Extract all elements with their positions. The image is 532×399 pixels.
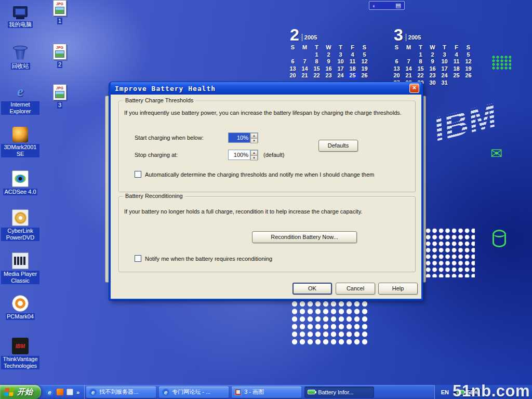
task-button[interactable]: e专门网论坛 - ... [159,387,229,398]
calendar-day [450,79,462,87]
dialog-title: Improve Battery Health [115,85,409,92]
help-button[interactable]: Help [378,283,418,295]
powerdvd-icon [12,209,29,226]
desktop-icon-3dmark[interactable]: 3DMark2001 SE [0,127,41,157]
spinner-arrows: ▲▼ [250,133,258,142]
desktop-icon-powerdvd[interactable]: CyberLink PowerDVD [0,209,41,241]
task-button[interactable]: Battery Infor... [304,387,374,398]
internet-explorer-icon[interactable]: e [46,388,54,396]
desktop-icon-label: ACDSee 4.0 [3,189,37,195]
start-label: 开始 [17,387,33,397]
desktop-icon-my-computer[interactable]: 我的电脑 [0,3,41,28]
desktop-icon-ie[interactable]: eInternet Explorer [0,83,41,115]
calendar-day: 30 [427,79,438,87]
calendar-day: 4 [347,51,358,59]
start-charging-label: Start charging when below: [135,135,204,141]
desktop-icon-label: Media Player Classic [1,271,39,284]
improve-battery-health-dialog: Improve Battery Health × Battery Charge … [109,82,423,300]
desktop-icon-pcmark[interactable]: PCMark04 [0,295,41,320]
desktop-icon-thinkvantage[interactable]: IBMThinkVantage Technologies [0,338,41,369]
calendar-day: 16 [323,65,335,73]
calendar-day-header: W [427,44,438,51]
pen-icon[interactable]: ✎ [379,0,384,51]
calendar-day [391,51,403,59]
spin-up-icon[interactable]: ▲ [250,150,258,155]
calendar-day: 22 [311,72,323,79]
expand-chevron-icon[interactable]: » [76,389,79,395]
task-button-label: 3 - 画图 [244,388,264,396]
ie-icon: e [89,389,97,396]
calendar-day: 7 [299,58,311,65]
calendar-day: 23 [323,72,335,79]
ime-toolbar[interactable]: ◐✎▦▤ [369,1,405,10]
green-grid-icon [491,55,511,70]
start-button[interactable]: 开始 [0,385,41,399]
calendar-day-header: T [415,44,427,51]
desktop-icon-recycle-bin[interactable]: 回收站 [0,45,41,70]
desktop-icon-label: 回收站 [11,63,30,70]
desktop-icon-jpg-1[interactable]: JPG1 [43,0,77,24]
calendar-day: 2 [323,51,335,59]
clipboard-icon[interactable]: ▤ [395,2,401,9]
auto-determine-checkbox[interactable] [135,171,141,178]
language-indicator[interactable]: EN [441,389,449,395]
stop-threshold-spinner[interactable]: 100% ▲▼ [228,150,258,160]
start-threshold-spinner[interactable]: 10% ▲▼ [228,132,258,143]
calendar-day: 9 [427,58,438,65]
calendar-day [287,51,299,59]
calendar-day: 15 [415,65,427,73]
group-description: If your battery no longer holds a full c… [124,208,411,215]
task-button[interactable]: e找不到服务器... [86,387,156,398]
windows-flag-icon [4,388,14,396]
desktop-icon-jpg-2[interactable]: JPG2 [43,44,77,68]
calendar-day: 8 [311,58,323,65]
media-player-icon[interactable] [57,389,63,395]
recondition-battery-button[interactable]: Recondition Battery Now... [252,231,357,243]
calendar-grid: SMTWTFS123456789101112131415161718192021… [287,44,370,79]
calendar-day: 4 [450,51,462,59]
calendar-day: 3 [438,51,450,59]
desktop-icon-acdsee[interactable]: ACDSee 4.0 [0,170,41,195]
language-icon[interactable]: ◐ [373,3,376,9]
desktop-icon-mpc[interactable]: Media Player Classic [0,252,41,284]
calendar-day-header: F [450,44,462,51]
dialog-titlebar[interactable]: Improve Battery Health × [111,82,421,95]
battery-reconditioning-group: Battery Reconditioning If your battery n… [118,196,416,272]
calendar-day: 15 [311,65,323,73]
quick-launch: e» [41,385,85,399]
cancel-button[interactable]: Cancel [336,283,375,295]
ie-icon: e [12,83,29,100]
auto-determine-checkbox-row[interactable]: Automatically determine the charging thr… [135,171,374,178]
notify-recondition-checkbox[interactable] [135,255,141,262]
desktop-icon-label: PCMark04 [6,313,35,320]
group-description: If you infrequently use battery power, y… [124,110,411,116]
calendar-day: 25 [450,72,462,79]
task-button[interactable]: 3 - 画图 [232,387,301,398]
calendar-february: 22005SMTWTFS1234567891011121314151617181… [287,27,370,79]
calendar-day-header: M [299,44,311,51]
notify-recondition-checkbox-row[interactable]: Notify me when the battery requires reco… [135,255,272,262]
defaults-button[interactable]: Defaults [318,140,358,152]
calendar-day: 1 [415,51,427,59]
calendar-day: 8 [415,58,427,65]
recycle-bin-icon [12,45,29,61]
mpc-icon [12,252,29,269]
calendar-day: 16 [427,65,438,73]
desktop-icons-column-1: 我的电脑回收站eInternet Explorer3DMark2001 SEAC… [0,0,41,385]
spin-down-icon[interactable]: ▼ [250,138,258,143]
desktop-icon-jpg-3[interactable]: JPG3 [43,84,77,109]
3dmark-icon [12,127,28,142]
desktop-icon-label: CyberLink PowerDVD [1,228,39,241]
calendar-grid: SMTWTFS123456789101112131415161718192021… [391,44,474,86]
close-button[interactable]: × [409,84,419,93]
battery-charge-thresholds-group: Battery Charge Thresholds If you infrequ… [118,101,416,192]
start-threshold-value[interactable]: 10% [229,133,250,142]
ok-button[interactable]: OK [292,283,332,295]
spin-up-icon[interactable]: ▲ [250,133,258,138]
database-icon [493,230,506,247]
spin-down-icon[interactable]: ▼ [250,155,258,161]
show-desktop-icon[interactable] [66,389,73,395]
stop-threshold-value[interactable]: 100% [229,150,250,159]
desktop-icon-label: 3DMark2001 SE [1,144,39,157]
calendar-day: 6 [287,58,299,65]
